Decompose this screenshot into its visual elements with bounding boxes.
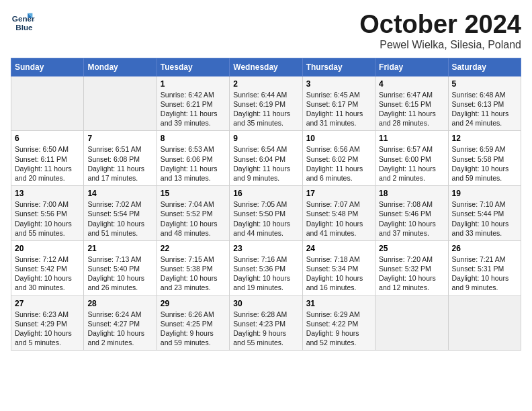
weekday-header: Thursday <box>302 58 375 76</box>
day-number: 11 <box>379 134 444 143</box>
day-info: Sunrise: 6:23 AMSunset: 4:29 PMDaylight:… <box>15 310 80 348</box>
day-info: Sunrise: 7:02 AMSunset: 5:54 PMDaylight:… <box>87 199 152 238</box>
weekday-header: Saturday <box>448 58 521 76</box>
day-number: 27 <box>15 299 80 308</box>
calendar-cell: 23Sunrise: 7:16 AMSunset: 5:36 PMDayligh… <box>230 240 302 295</box>
day-number: 15 <box>161 189 226 198</box>
calendar-week-row: 13Sunrise: 7:00 AMSunset: 5:56 PMDayligh… <box>11 186 521 241</box>
day-number: 29 <box>161 299 226 308</box>
calendar-cell: 2Sunrise: 6:44 AMSunset: 6:19 PMDaylight… <box>230 76 302 131</box>
day-number: 5 <box>452 79 517 89</box>
day-info: Sunrise: 6:51 AMSunset: 6:08 PMDaylight:… <box>87 144 152 183</box>
calendar-cell: 10Sunrise: 6:56 AMSunset: 6:02 PMDayligh… <box>302 131 375 186</box>
calendar-cell: 31Sunrise: 6:29 AMSunset: 4:22 PMDayligh… <box>302 295 375 351</box>
day-number: 14 <box>87 189 152 198</box>
day-info: Sunrise: 6:28 AMSunset: 4:23 PMDaylight:… <box>233 310 298 348</box>
day-info: Sunrise: 7:08 AMSunset: 5:46 PMDaylight:… <box>379 199 444 238</box>
calendar-cell: 4Sunrise: 6:47 AMSunset: 6:15 PMDaylight… <box>375 76 448 131</box>
day-number: 2 <box>233 79 298 89</box>
day-number: 9 <box>233 134 298 143</box>
day-number: 3 <box>306 79 371 89</box>
day-number: 25 <box>379 244 444 253</box>
day-info: Sunrise: 6:48 AMSunset: 6:13 PMDaylight:… <box>452 90 517 128</box>
main-title: October 2024 <box>359 11 521 39</box>
day-info: Sunrise: 6:45 AMSunset: 6:17 PMDaylight:… <box>306 90 371 128</box>
calendar-cell: 8Sunrise: 6:53 AMSunset: 6:06 PMDaylight… <box>157 131 229 186</box>
calendar-cell: 24Sunrise: 7:18 AMSunset: 5:34 PMDayligh… <box>302 240 375 295</box>
day-info: Sunrise: 7:13 AMSunset: 5:40 PMDaylight:… <box>87 255 152 293</box>
weekday-header: Tuesday <box>157 58 229 76</box>
day-info: Sunrise: 7:16 AMSunset: 5:36 PMDaylight:… <box>233 255 298 293</box>
calendar-cell: 30Sunrise: 6:28 AMSunset: 4:23 PMDayligh… <box>230 295 302 351</box>
calendar-cell: 20Sunrise: 7:12 AMSunset: 5:42 PMDayligh… <box>11 240 84 295</box>
calendar-cell: 12Sunrise: 6:59 AMSunset: 5:58 PMDayligh… <box>448 131 521 186</box>
calendar-cell: 25Sunrise: 7:20 AMSunset: 5:32 PMDayligh… <box>375 240 448 295</box>
calendar-header: SundayMondayTuesdayWednesdayThursdayFrid… <box>11 58 521 76</box>
day-number: 8 <box>161 134 226 143</box>
day-info: Sunrise: 6:47 AMSunset: 6:15 PMDaylight:… <box>379 90 444 128</box>
day-info: Sunrise: 7:20 AMSunset: 5:32 PMDaylight:… <box>379 255 444 293</box>
calendar-cell: 1Sunrise: 6:42 AMSunset: 6:21 PMDaylight… <box>157 76 229 131</box>
svg-text:Blue: Blue <box>15 23 33 32</box>
day-info: Sunrise: 7:12 AMSunset: 5:42 PMDaylight:… <box>15 255 80 293</box>
calendar-cell: 14Sunrise: 7:02 AMSunset: 5:54 PMDayligh… <box>84 186 157 241</box>
day-number: 4 <box>379 79 444 89</box>
day-number: 10 <box>306 134 371 143</box>
calendar-cell: 3Sunrise: 6:45 AMSunset: 6:17 PMDaylight… <box>302 76 375 131</box>
calendar-cell: 5Sunrise: 6:48 AMSunset: 6:13 PMDaylight… <box>448 76 521 131</box>
calendar-cell: 6Sunrise: 6:50 AMSunset: 6:11 PMDaylight… <box>11 131 84 186</box>
day-number: 24 <box>306 244 371 253</box>
calendar-cell: 21Sunrise: 7:13 AMSunset: 5:40 PMDayligh… <box>84 240 157 295</box>
day-info: Sunrise: 6:56 AMSunset: 6:02 PMDaylight:… <box>306 144 371 183</box>
day-info: Sunrise: 7:10 AMSunset: 5:44 PMDaylight:… <box>452 199 517 238</box>
calendar-cell: 9Sunrise: 6:54 AMSunset: 6:04 PMDaylight… <box>230 131 302 186</box>
day-info: Sunrise: 7:00 AMSunset: 5:56 PMDaylight:… <box>15 199 80 238</box>
day-info: Sunrise: 6:24 AMSunset: 4:27 PMDaylight:… <box>87 310 152 348</box>
calendar-cell: 29Sunrise: 6:26 AMSunset: 4:25 PMDayligh… <box>157 295 229 351</box>
calendar-cell <box>84 76 157 131</box>
day-number: 19 <box>452 189 517 198</box>
logo-icon: General Blue <box>11 11 35 35</box>
day-info: Sunrise: 6:29 AMSunset: 4:22 PMDaylight:… <box>306 310 371 348</box>
calendar-body: 1Sunrise: 6:42 AMSunset: 6:21 PMDaylight… <box>11 76 521 350</box>
day-number: 30 <box>233 299 298 308</box>
day-info: Sunrise: 6:59 AMSunset: 5:58 PMDaylight:… <box>452 144 517 183</box>
day-info: Sunrise: 7:15 AMSunset: 5:38 PMDaylight:… <box>161 255 226 293</box>
day-info: Sunrise: 6:50 AMSunset: 6:11 PMDaylight:… <box>15 144 80 183</box>
day-number: 20 <box>15 244 80 253</box>
calendar-week-row: 20Sunrise: 7:12 AMSunset: 5:42 PMDayligh… <box>11 240 521 295</box>
day-info: Sunrise: 6:42 AMSunset: 6:21 PMDaylight:… <box>161 90 226 128</box>
weekday-header: Sunday <box>11 58 84 76</box>
day-info: Sunrise: 6:54 AMSunset: 6:04 PMDaylight:… <box>233 144 298 183</box>
day-info: Sunrise: 7:07 AMSunset: 5:48 PMDaylight:… <box>306 199 371 238</box>
day-number: 18 <box>379 189 444 198</box>
calendar-cell: 16Sunrise: 7:05 AMSunset: 5:50 PMDayligh… <box>230 186 302 241</box>
calendar-cell: 22Sunrise: 7:15 AMSunset: 5:38 PMDayligh… <box>157 240 229 295</box>
calendar-cell: 7Sunrise: 6:51 AMSunset: 6:08 PMDaylight… <box>84 131 157 186</box>
weekday-header: Monday <box>84 58 157 76</box>
day-info: Sunrise: 7:05 AMSunset: 5:50 PMDaylight:… <box>233 199 298 238</box>
day-info: Sunrise: 7:18 AMSunset: 5:34 PMDaylight:… <box>306 255 371 293</box>
day-info: Sunrise: 6:26 AMSunset: 4:25 PMDaylight:… <box>161 310 226 348</box>
calendar-cell: 13Sunrise: 7:00 AMSunset: 5:56 PMDayligh… <box>11 186 84 241</box>
page-header: General Blue October 2024 Pewel Wielka, … <box>11 11 521 51</box>
calendar-week-row: 1Sunrise: 6:42 AMSunset: 6:21 PMDaylight… <box>11 76 521 131</box>
calendar-cell <box>448 295 521 351</box>
calendar-cell: 17Sunrise: 7:07 AMSunset: 5:48 PMDayligh… <box>302 186 375 241</box>
day-number: 7 <box>87 134 152 143</box>
day-info: Sunrise: 7:21 AMSunset: 5:31 PMDaylight:… <box>452 255 517 293</box>
calendar-cell: 28Sunrise: 6:24 AMSunset: 4:27 PMDayligh… <box>84 295 157 351</box>
day-number: 17 <box>306 189 371 198</box>
calendar-cell: 19Sunrise: 7:10 AMSunset: 5:44 PMDayligh… <box>448 186 521 241</box>
day-number: 22 <box>161 244 226 253</box>
day-number: 28 <box>87 299 152 308</box>
calendar-cell: 15Sunrise: 7:04 AMSunset: 5:52 PMDayligh… <box>157 186 229 241</box>
subtitle: Pewel Wielka, Silesia, Poland <box>359 39 521 51</box>
day-number: 12 <box>452 134 517 143</box>
weekday-header: Friday <box>375 58 448 76</box>
day-number: 13 <box>15 189 80 198</box>
day-number: 1 <box>161 79 226 89</box>
day-number: 6 <box>15 134 80 143</box>
calendar-cell: 27Sunrise: 6:23 AMSunset: 4:29 PMDayligh… <box>11 295 84 351</box>
day-info: Sunrise: 6:44 AMSunset: 6:19 PMDaylight:… <box>233 90 298 128</box>
